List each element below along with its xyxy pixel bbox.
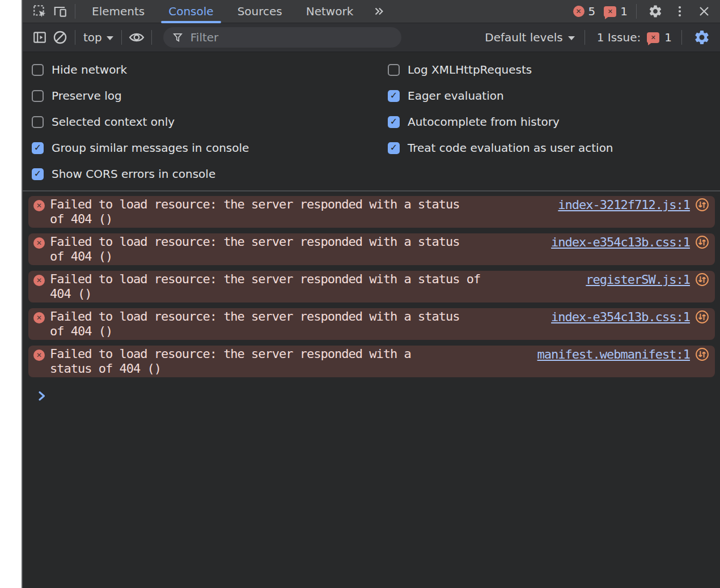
console-settings-gear-icon[interactable] [692, 28, 712, 46]
console-error-message: ✕ Failed to load resource: the server re… [28, 346, 715, 377]
reveal-network-request-icon[interactable] [695, 310, 709, 324]
settings-left-column: Hide network Preserve log Selected conte… [23, 57, 379, 187]
error-message-text: Failed to load resource: the server resp… [50, 347, 531, 376]
tab-label: Sources [238, 5, 282, 18]
settings-right-column: Log XMLHttpRequests Eager evaluation Aut… [379, 57, 720, 187]
checkbox[interactable] [32, 116, 44, 128]
source-link[interactable]: index-3212f712.js:1 [558, 198, 690, 212]
checkbox-selected-context-only[interactable]: Selected context only [23, 109, 379, 135]
settings-gear-icon[interactable] [645, 2, 666, 20]
error-count-icon[interactable]: ✕ [573, 6, 585, 17]
more-tabs-icon[interactable] [369, 2, 389, 20]
checkbox-label: Selected context only [52, 115, 175, 129]
divider [636, 4, 637, 19]
checkbox-label: Treat code evaluation as user action [408, 141, 613, 155]
checkbox-eager-evaluation[interactable]: Eager evaluation [379, 83, 720, 109]
filter-input[interactable] [190, 31, 393, 44]
divider [585, 30, 585, 45]
console-error-message: ✕ Failed to load resource: the server re… [28, 271, 715, 302]
console-error-message: ✕ Failed to load resource: the server re… [28, 196, 715, 228]
message-source-group: registerSW.js:1 [586, 272, 709, 287]
checkbox-label: Log XMLHttpRequests [408, 63, 532, 76]
checkbox-label: Preserve log [52, 89, 122, 103]
tab-label: Console [168, 5, 213, 18]
issue-count-icon[interactable]: ✕ [604, 6, 616, 17]
source-link[interactable]: index-e354c13b.css:1 [551, 235, 690, 249]
console-error-message: ✕ Failed to load resource: the server re… [28, 308, 715, 340]
error-icon: ✕ [33, 237, 45, 249]
console-messages-area: ✕ Failed to load resource: the server re… [23, 191, 720, 588]
error-message-text: Failed to load resource: the server resp… [50, 309, 544, 339]
checkbox[interactable] [32, 90, 44, 102]
more-options-icon[interactable] [670, 2, 690, 20]
source-link[interactable]: index-e354c13b.css:1 [551, 310, 690, 324]
create-live-expression-icon[interactable] [126, 28, 147, 46]
divider [75, 4, 75, 19]
source-link[interactable]: registerSW.js:1 [586, 272, 690, 287]
issue-count[interactable]: 1 [620, 5, 628, 18]
checkbox-preserve-log[interactable]: Preserve log [23, 83, 379, 109]
checkbox-log-xmlhttprequests[interactable]: Log XMLHttpRequests [379, 57, 720, 83]
error-count[interactable]: 5 [588, 5, 596, 18]
devtools-panel: Elements Console Sources Network ✕ 5 ✕ 1 [22, 0, 720, 588]
message-source-group: index-e354c13b.css:1 [551, 235, 709, 249]
reveal-network-request-icon[interactable] [695, 272, 709, 287]
checkbox-label: Autocomplete from history [408, 115, 560, 129]
clear-console-icon[interactable] [50, 28, 70, 46]
checkbox-group-similar-messages[interactable]: Group similar messages in console [23, 135, 379, 161]
javascript-context-dropdown[interactable]: top [80, 31, 117, 44]
checkbox-label: Hide network [52, 63, 127, 76]
levels-label: Default levels [485, 31, 562, 44]
filter-field[interactable] [163, 27, 401, 48]
issues-counter-label[interactable]: 1 Issue: [597, 31, 641, 44]
error-icon: ✕ [33, 312, 45, 323]
tab-network[interactable]: Network [294, 0, 366, 23]
checkbox-autocomplete-from-history[interactable]: Autocomplete from history [379, 109, 720, 135]
checkbox[interactable] [32, 64, 44, 76]
divider [151, 30, 152, 45]
error-icon: ✕ [33, 275, 45, 286]
error-icon: ✕ [33, 350, 45, 361]
issue-count-icon[interactable]: ✕ [647, 32, 659, 43]
checkbox-label: Eager evaluation [408, 89, 504, 103]
checkbox[interactable] [388, 90, 400, 102]
divider [75, 30, 75, 45]
tab-elements[interactable]: Elements [80, 0, 156, 23]
checkbox-label: Group similar messages in console [52, 141, 249, 155]
device-toolbar-icon[interactable] [50, 2, 70, 20]
devtools-tabbar: Elements Console Sources Network ✕ 5 ✕ 1 [23, 0, 720, 23]
inspect-element-icon[interactable] [29, 2, 50, 20]
error-message-text: Failed to load resource: the server resp… [50, 272, 579, 301]
checkbox[interactable] [32, 168, 44, 180]
chevron-down-icon [107, 36, 113, 40]
error-message-text: Failed to load resource: the server resp… [50, 235, 544, 264]
close-icon[interactable] [694, 2, 714, 20]
checkbox[interactable] [388, 64, 400, 76]
console-prompt[interactable] [23, 383, 720, 404]
reveal-network-request-icon[interactable] [695, 347, 709, 361]
context-label: top [83, 31, 102, 44]
checkbox[interactable] [388, 116, 400, 128]
checkbox[interactable] [388, 142, 400, 154]
message-source-group: index-e354c13b.css:1 [551, 309, 709, 324]
source-link[interactable]: manifest.webmanifest:1 [537, 347, 690, 361]
tab-sources[interactable]: Sources [226, 0, 294, 23]
reveal-network-request-icon[interactable] [695, 198, 709, 212]
log-levels-dropdown[interactable]: Default levels [485, 31, 574, 44]
checkbox-hide-network[interactable]: Hide network [23, 57, 379, 83]
tabbar-status-group: ✕ 5 ✕ 1 [573, 2, 714, 20]
show-console-sidebar-icon[interactable] [29, 28, 50, 46]
divider [681, 30, 682, 45]
issues-count[interactable]: 1 [664, 31, 672, 44]
checkbox-show-cors-errors[interactable]: Show CORS errors in console [23, 161, 379, 187]
message-source-group: index-3212f712.js:1 [558, 197, 709, 212]
chevron-down-icon [568, 36, 575, 40]
reveal-network-request-icon[interactable] [695, 235, 709, 249]
tab-label: Elements [92, 5, 145, 18]
checkbox-treat-code-evaluation-as-user-action[interactable]: Treat code evaluation as user action [379, 135, 720, 161]
checkbox-label: Show CORS errors in console [52, 167, 215, 181]
tab-console[interactable]: Console [156, 0, 225, 23]
checkbox[interactable] [32, 142, 44, 154]
console-settings-panel: Hide network Preserve log Selected conte… [23, 52, 720, 191]
prompt-chevron-icon [36, 390, 48, 402]
